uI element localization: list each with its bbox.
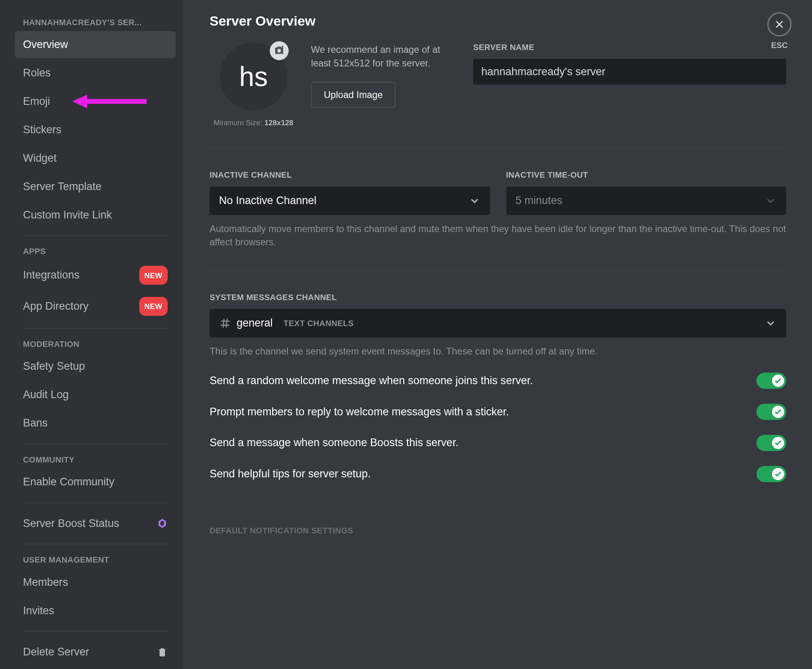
toggle-label: Send a random welcome message when someo… (210, 375, 533, 387)
annotation-arrow (72, 93, 147, 110)
sidebar-item-label: Roles (23, 65, 50, 81)
sidebar-divider (23, 631, 168, 632)
check-icon (774, 439, 782, 447)
section-divider (210, 148, 786, 149)
sidebar-server-heading: HANNAHMACREADY'S SER... (15, 14, 157, 31)
toggle-setup-tips[interactable] (756, 466, 786, 482)
sidebar-item-audit-log[interactable]: Audit Log (15, 381, 176, 409)
avatar-initials: hs (239, 61, 268, 92)
sidebar-item-overview[interactable]: Overview (15, 31, 176, 58)
sidebar-divider (23, 328, 168, 329)
sidebar-divider (23, 503, 168, 503)
sidebar-item-delete-server[interactable]: Delete Server (15, 638, 176, 665)
min-size-text: Minimum Size: 128x128 (214, 118, 293, 126)
sidebar-item-server-template[interactable]: Server Template (15, 173, 176, 200)
sidebar-item-custom-invite[interactable]: Custom Invite Link (15, 202, 176, 229)
chevron-down-icon (764, 195, 776, 207)
sidebar-user-mgmt-heading: USER MANAGEMENT (15, 551, 157, 569)
inactive-timeout-select[interactable]: 5 minutes (506, 186, 786, 215)
sidebar-item-label: Audit Log (23, 387, 68, 403)
check-icon (774, 408, 782, 416)
trash-icon (157, 647, 168, 657)
new-badge: NEW (139, 266, 168, 284)
section-divider (210, 270, 786, 271)
svg-marker-1 (72, 95, 87, 108)
chevron-down-icon (764, 317, 776, 329)
toggle-sticker-prompt[interactable] (756, 404, 786, 420)
sidebar-item-label: Emoji (23, 93, 50, 110)
upload-image-icon (270, 41, 288, 60)
sidebar-item-label: Invites (23, 603, 54, 619)
toggle-welcome-message[interactable] (756, 373, 786, 389)
sidebar-item-bans[interactable]: Bans (15, 410, 176, 437)
sidebar-item-label: Server Template (23, 178, 101, 195)
channel-category: TEXT CHANNELS (284, 318, 354, 328)
server-avatar[interactable]: hs (220, 42, 287, 110)
toggle-label: Send a message when someone Boosts this … (210, 437, 458, 449)
select-value: No Inactive Channel (219, 195, 317, 207)
inactive-channel-select[interactable]: No Inactive Channel (210, 186, 490, 215)
sidebar-item-safety-setup[interactable]: Safety Setup (15, 353, 176, 380)
sidebar-item-label: Server Boost Status (23, 515, 119, 532)
sidebar-item-app-directory[interactable]: App Directory NEW (15, 291, 176, 321)
inactive-timeout-label: INACTIVE TIME-OUT (506, 170, 786, 180)
close-icon (767, 12, 792, 36)
sidebar-item-stickers[interactable]: Stickers (15, 116, 176, 144)
sidebar-item-label: Bans (23, 415, 48, 432)
recommend-text: We recommend an image of at least 512x51… (311, 42, 460, 70)
sidebar-item-label: App Directory (23, 298, 88, 314)
inactive-channel-label: INACTIVE CHANNEL (210, 170, 490, 180)
sidebar-divider (23, 544, 168, 545)
sidebar-item-integrations[interactable]: Integrations NEW (15, 260, 176, 290)
close-label: ESC (771, 40, 788, 50)
sidebar-item-roles[interactable]: Roles (15, 60, 176, 87)
check-icon (774, 470, 782, 478)
sidebar-apps-heading: APPS (15, 243, 157, 260)
system-channel-label: SYSTEM MESSAGES CHANNEL (210, 293, 786, 302)
sidebar-item-widget[interactable]: Widget (15, 145, 176, 172)
sidebar-item-label: Integrations (23, 267, 79, 284)
toggle-boost-message[interactable] (756, 435, 786, 451)
settings-sidebar: HANNAHMACREADY'S SER... Overview Roles E… (0, 0, 182, 669)
inactive-help-text: Automatically move members to this chann… (210, 222, 786, 249)
check-icon (774, 377, 782, 385)
settings-content: ESC Server Overview hs Minimum Size: 128… (182, 0, 812, 669)
sidebar-item-members[interactable]: Members (15, 569, 176, 596)
upload-image-button[interactable]: Upload Image (311, 82, 396, 107)
sidebar-item-label: Delete Server (23, 644, 89, 660)
boost-icon (157, 518, 168, 529)
select-value: 5 minutes (516, 195, 562, 207)
system-channel-select[interactable]: general TEXT CHANNELS (210, 309, 786, 337)
chevron-down-icon (468, 195, 480, 207)
sidebar-item-label: Custom Invite Link (23, 207, 112, 223)
page-title: Server Overview (210, 14, 786, 29)
toggle-label: Send helpful tips for server setup. (210, 468, 371, 480)
sidebar-item-label: Safety Setup (23, 359, 85, 375)
sidebar-item-label: Overview (23, 36, 68, 53)
hash-icon (219, 317, 231, 329)
sidebar-community-heading: COMMUNITY (15, 451, 157, 469)
server-name-label: SERVER NAME (473, 42, 786, 52)
sidebar-item-label: Stickers (23, 122, 61, 138)
channel-name: general (237, 317, 273, 329)
sidebar-item-server-boost[interactable]: Server Boost Status (15, 510, 176, 537)
sidebar-divider (23, 235, 168, 236)
sidebar-item-enable-community[interactable]: Enable Community (15, 469, 176, 496)
sidebar-item-invites[interactable]: Invites (15, 597, 176, 624)
sidebar-item-label: Widget (23, 150, 56, 166)
sidebar-item-label: Members (23, 574, 68, 591)
new-badge: NEW (139, 297, 168, 316)
section-divider (210, 504, 786, 505)
sidebar-item-label: Enable Community (23, 474, 114, 491)
system-channel-help: This is the channel we send system event… (210, 344, 786, 358)
toggle-label: Prompt members to reply to welcome messa… (210, 406, 509, 418)
close-button[interactable]: ESC (767, 12, 792, 50)
default-notification-heading: DEFAULT NOTIFICATION SETTINGS (210, 526, 786, 536)
sidebar-moderation-heading: MODERATION (15, 335, 157, 353)
sidebar-item-emoji[interactable]: Emoji (15, 88, 176, 115)
sidebar-divider (23, 444, 168, 445)
server-name-input[interactable] (473, 59, 786, 84)
